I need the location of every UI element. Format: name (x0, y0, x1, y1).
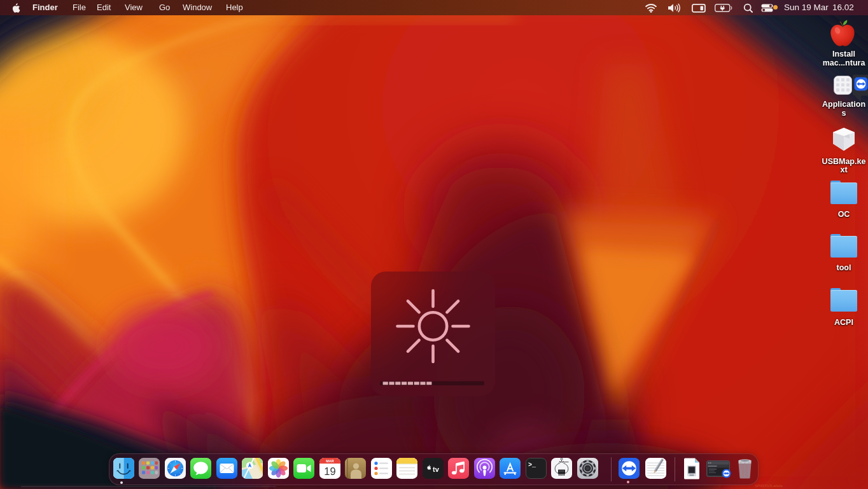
svg-text:tv: tv (433, 465, 440, 472)
svg-text:>_: >_ (528, 461, 536, 468)
svg-text:SPIRITUS abide: SPIRITUS abide (755, 484, 783, 488)
svg-text:19: 19 (324, 465, 335, 477)
svg-text:MAR: MAR (326, 458, 333, 462)
